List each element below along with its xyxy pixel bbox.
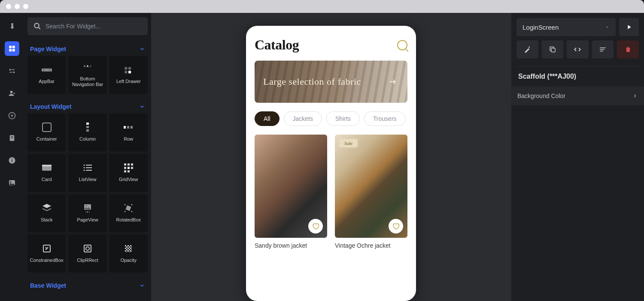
svg-rect-49	[124, 170, 126, 172]
widget-card[interactable]: Card	[27, 154, 66, 192]
promo-banner[interactable]: Large selection of fabric	[255, 61, 407, 103]
chip-shirts[interactable]: Shirts	[326, 111, 360, 126]
widget-gridview[interactable]: GridView	[109, 154, 148, 192]
rail-settings-icon[interactable]	[5, 64, 19, 78]
svg-rect-34	[131, 126, 133, 129]
svg-rect-21	[41, 68, 52, 71]
grid-icon	[122, 162, 134, 174]
screen-select-value: LoginScreen	[522, 24, 559, 31]
svg-rect-56	[126, 206, 131, 211]
widget-search[interactable]	[27, 17, 148, 35]
svg-point-23	[49, 69, 50, 70]
product-card-2[interactable]: Sale Vintage Ochre jacket	[335, 135, 407, 249]
code-icon	[574, 46, 581, 53]
align-button[interactable]	[592, 40, 614, 58]
code-button[interactable]	[567, 40, 589, 58]
svg-point-57	[125, 204, 126, 206]
traffic-light-close[interactable]	[6, 4, 11, 9]
svg-point-16	[12, 158, 12, 159]
bottomnav-icon	[82, 63, 94, 71]
widget-leftdrawer[interactable]: Left Drawer	[109, 56, 148, 94]
svg-rect-31	[86, 129, 89, 132]
widget-appbar[interactable]: AppBar	[27, 56, 66, 94]
rail-info-icon[interactable]	[5, 153, 19, 168]
widget-listview[interactable]: ListView	[68, 154, 106, 192]
widget-search-input[interactable]	[46, 23, 142, 30]
design-canvas[interactable]: Catalog Large selection of fabric All Ja…	[151, 13, 511, 301]
copy-button[interactable]	[542, 40, 564, 58]
play-icon	[626, 24, 632, 31]
product-card-1[interactable]: Sandy brown jacket	[255, 135, 327, 249]
widget-container[interactable]: Container	[27, 114, 66, 151]
widget-label: Card	[40, 177, 54, 182]
banner-text: Large selection of fabric	[263, 76, 361, 87]
rail-download-icon[interactable]: ⬇	[5, 19, 19, 34]
widget-bottomnav[interactable]: Bottom Navigation Bar	[68, 56, 106, 94]
section-layout-widget[interactable]: Layout Widget	[27, 99, 148, 114]
prop-background-color[interactable]: Background Color	[511, 86, 644, 105]
chip-all[interactable]: All	[255, 111, 279, 126]
list-icon	[82, 162, 94, 174]
run-button[interactable]	[619, 18, 639, 36]
favorite-button[interactable]	[308, 219, 323, 233]
rail-image-icon[interactable]	[5, 175, 19, 190]
screen-select[interactable]: LoginScreen	[516, 18, 616, 36]
widget-pageview[interactable]: PageView	[68, 194, 106, 232]
widget-opacity[interactable]: Opacity	[109, 235, 148, 273]
left-rail: ⬇	[0, 13, 24, 301]
drawer-icon	[122, 66, 134, 74]
widget-cliprrect[interactable]: ClipRRect	[68, 235, 106, 273]
svg-point-39	[83, 167, 85, 169]
widget-row[interactable]: Row	[109, 114, 148, 151]
section-label: Layout Widget	[30, 103, 71, 110]
inspector-node-title: Scaffold (***AJ00)	[516, 66, 639, 86]
rail-doc-icon[interactable]	[5, 131, 19, 145]
widget-label: Bottom Navigation Bar	[68, 76, 106, 87]
chip-trousers[interactable]: Trousers	[364, 111, 406, 126]
device-frame[interactable]: Catalog Large selection of fabric All Ja…	[246, 26, 416, 301]
widget-constrainedbox[interactable]: ConstrainedBox	[27, 235, 66, 273]
svg-point-55	[89, 212, 90, 212]
product-image	[255, 135, 327, 238]
traffic-light-min[interactable]	[15, 4, 20, 9]
chevron-right-icon	[632, 93, 638, 99]
favorite-button[interactable]	[389, 219, 403, 233]
edit-button[interactable]	[516, 40, 538, 58]
section-label: Page Widget	[30, 46, 66, 52]
widget-label: GridView	[117, 177, 140, 182]
svg-rect-43	[124, 163, 126, 166]
svg-rect-70	[600, 51, 603, 52]
heart-icon	[312, 222, 319, 230]
svg-rect-26	[125, 71, 128, 73]
inspector-panel: LoginScreen Scaffold (***AJ00) Backgroun…	[511, 13, 644, 301]
rail-person-icon[interactable]	[5, 86, 19, 101]
svg-rect-38	[86, 165, 92, 166]
rail-play-icon[interactable]	[5, 108, 19, 123]
svg-rect-7	[9, 72, 13, 73]
widget-sidebar: Page Widget AppBar Bottom Navigation Bar…	[24, 13, 151, 301]
section-base-widget[interactable]: Base Widget	[27, 278, 148, 292]
svg-rect-1	[12, 46, 15, 48]
widget-rotatedbox[interactable]: RotatedBox	[109, 194, 148, 232]
svg-rect-62	[84, 245, 91, 252]
delete-button[interactable]	[617, 40, 639, 58]
chevron-down-icon	[139, 283, 145, 289]
widget-stack[interactable]: Stack	[27, 194, 66, 232]
rail-widgets-icon[interactable]	[5, 41, 19, 56]
chip-jackets[interactable]: Jackets	[284, 111, 322, 126]
catalog-search-icon[interactable]	[397, 40, 407, 50]
svg-rect-67	[551, 48, 555, 52]
svg-rect-36	[42, 165, 52, 166]
svg-rect-42	[86, 170, 92, 171]
svg-point-6	[13, 71, 15, 73]
caret-down-icon	[605, 25, 610, 30]
traffic-light-max[interactable]	[23, 4, 28, 9]
section-page-widget[interactable]: Page Widget	[27, 41, 148, 56]
widget-label: Row	[122, 136, 135, 142]
svg-point-4	[9, 69, 11, 71]
svg-rect-29	[86, 123, 89, 125]
widget-label: Left Drawer	[115, 79, 143, 84]
svg-point-54	[87, 212, 88, 212]
widget-column[interactable]: Column	[68, 114, 106, 151]
stack-icon	[41, 202, 53, 214]
